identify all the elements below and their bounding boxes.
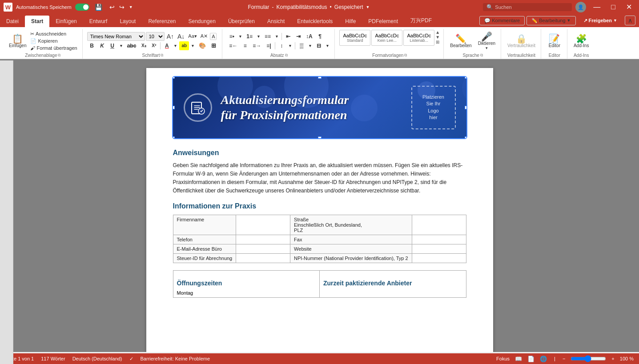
tab-datei[interactable]: Datei [0,16,25,27]
editor-button[interactable]: 📝 Editor [546,33,563,49]
website-input[interactable] [412,244,466,254]
justify-button[interactable]: ≡| [264,41,273,50]
tab-referenzen[interactable]: Referenzen [142,16,182,27]
handle-mr[interactable] [465,106,466,109]
ausschneiden-button[interactable]: ✂ Ausschneiden [29,31,78,37]
fokus-button[interactable]: Fokus [496,356,510,361]
bearbeitung-button[interactable]: ✏️ Bearbeitung ▼ [526,16,575,25]
highlight-dropdown[interactable]: ▾ [189,41,196,50]
npi-input[interactable] [412,254,466,263]
font-size-select[interactable]: 10 [146,32,165,41]
font-color-dropdown[interactable]: ▾ [172,41,179,50]
superscript-button[interactable]: X² [149,41,159,50]
handle-tl[interactable] [173,77,175,79]
diktieren-button[interactable]: 🎤 Diktieren ▾ [476,31,497,51]
kopieren-button[interactable]: 📄 Kopieren [29,38,78,44]
handle-tm[interactable] [318,77,322,79]
tab-layout[interactable]: Layout [113,16,142,27]
tab-ansicht[interactable]: Ansicht [261,16,291,27]
vertraulichkeit-button[interactable]: 🔒 Vertraulichkeit [506,33,537,49]
bullets-dropdown[interactable]: ▾ [237,32,244,41]
indent-decrease-button[interactable]: ⇤ [283,32,293,41]
numbering-dropdown[interactable]: ▾ [255,32,262,41]
strikethrough-button[interactable]: abc [125,41,139,50]
handle-tr[interactable] [465,77,466,79]
steuerid-input[interactable] [236,254,290,263]
sort-button[interactable]: ↕A [304,32,315,41]
style-listenab[interactable]: AaBbCcDc Listenab... [403,30,434,46]
border-button[interactable]: ⊞ [209,41,218,50]
schriftart-expand-icon[interactable]: ⧉ [161,53,163,58]
clipboard-expand-icon[interactable]: ⧉ [58,53,60,58]
undo-button[interactable]: ↩ [108,3,117,12]
bold-button[interactable]: B [87,41,97,50]
style-scroll-down[interactable]: ▼ [435,35,440,40]
tab-entwicklertools[interactable]: Entwicklertools [291,16,339,27]
clear-format-button[interactable]: A✕ [199,33,209,40]
freigeben-button[interactable]: ↗ Freigeben ▼ [578,16,623,25]
underline-button[interactable]: U [108,41,117,50]
shading-button[interactable]: 🎨 [197,41,208,50]
border2-dropdown[interactable]: ▾ [324,41,331,50]
einfuegen-button[interactable]: 📋 Einfügen [7,33,28,49]
numbering-button[interactable]: 1≡ [244,32,255,41]
align-center-button[interactable]: ≡ [240,41,250,50]
decrease-font-button[interactable]: A↓ [176,32,186,40]
redo-button[interactable]: ↪ [117,3,126,12]
line-spacing-dropdown[interactable]: ▾ [287,41,293,50]
align-left-button[interactable]: ≡← [227,41,240,50]
firmenname-input[interactable] [236,215,290,235]
border2-button[interactable]: ⊟ [314,41,324,50]
change-case-button[interactable]: Aa▾ [187,33,198,40]
search-input[interactable] [495,4,557,10]
zoom-in-button[interactable]: + [611,356,614,361]
italic-button[interactable]: K [97,41,107,50]
handle-ml[interactable] [173,106,175,109]
bullets-button[interactable]: ≡• [227,32,237,41]
tab-pdfelement[interactable]: PDFelement [362,16,404,27]
minimize-button[interactable]: — [590,0,604,14]
telefon-input[interactable] [236,235,290,244]
zoom-out-button[interactable]: − [563,356,565,361]
tab-entwurf[interactable]: Entwurf [83,16,114,27]
web-view-button[interactable]: 🌐 [540,356,547,362]
show-marks-button[interactable]: ¶ [315,32,325,41]
zoom-slider[interactable] [571,355,606,362]
autosave-toggle[interactable] [75,4,89,11]
formatvorlagen-expand-icon[interactable]: ⧉ [404,53,407,58]
handle-bm[interactable] [318,136,322,138]
multilevel-dropdown[interactable]: ▾ [273,32,280,41]
kommentare-button[interactable]: 💬 Kommentare [479,16,525,25]
indent-increase-button[interactable]: ⇥ [293,32,303,41]
increase-font-button[interactable]: A↑ [165,32,175,40]
adresse-input[interactable] [412,215,466,235]
format-uebertragen-button[interactable]: 🖌 Format übertragen [29,45,78,51]
bearbeiten-button[interactable]: ✏️ Bearbeiten [448,33,473,49]
tab-start[interactable]: Start [25,16,49,27]
handle-bl[interactable] [173,136,175,138]
tab-sendungen[interactable]: Sendungen [182,16,222,27]
save-dropdown[interactable]: ▼ [366,5,370,9]
tab-wanxingpdf[interactable]: 万兴PDF [404,14,438,27]
multilevel-button[interactable]: ≡≡ [262,32,273,41]
fax-input[interactable] [412,235,466,244]
save-button[interactable]: 💾 [93,3,104,12]
style-more[interactable]: ⊞ [435,40,440,44]
font-select[interactable]: Times New Roman [87,32,145,41]
style-kein-lee[interactable]: AaBbCcDc Kein Lee... [371,30,402,46]
maximize-button[interactable]: □ [607,0,619,14]
read-view-button[interactable]: 📖 [515,356,522,362]
text-effects-button[interactable]: A [210,33,217,40]
font-color-button[interactable]: A [162,41,172,50]
highlight-button[interactable]: ab [179,41,189,50]
align-right-button[interactable]: ≡→ [250,41,263,50]
print-layout-button[interactable]: 📄 [527,356,535,362]
undo-dropdown[interactable]: ▼ [127,4,135,10]
line-spacing-button[interactable]: ↕ [277,41,286,50]
sprache-expand-icon[interactable]: ⧉ [480,53,483,58]
subscript-button[interactable]: X₂ [139,41,149,50]
style-scroll-up[interactable]: ▲ [435,30,440,35]
handle-br[interactable] [465,136,466,138]
style-standard[interactable]: AaBbCcDc Standard [339,30,370,46]
absatz-expand-icon[interactable]: ⧉ [285,53,288,58]
